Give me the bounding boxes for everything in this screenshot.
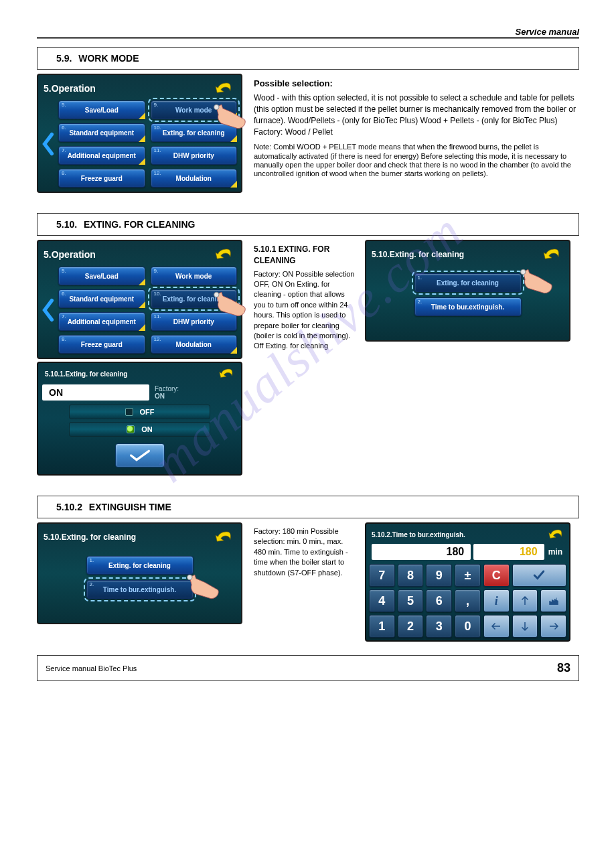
key-3[interactable]: 3	[426, 615, 452, 638]
key-clear[interactable]: C	[483, 564, 510, 587]
section-5-10-row: 5.Operation 5.Save/Load 9.Work mode 6.St…	[37, 240, 579, 476]
operation-screen-1: 5.Operation 5.Save/Load 9.Work mode 6.St…	[37, 74, 242, 193]
key-up[interactable]	[512, 589, 538, 612]
desc-5-10-2: Factory: 180 min Possible selection: min…	[251, 522, 358, 582]
key-plusminus[interactable]: ±	[455, 564, 481, 587]
key-9[interactable]: 9	[426, 564, 452, 587]
keypad-value-2: 180	[473, 544, 544, 560]
menu-freeze-guard[interactable]: 8.Freeze guard	[58, 335, 145, 354]
menu-save-load[interactable]: 5.Save/Load	[58, 267, 145, 285]
key-left[interactable]	[483, 615, 510, 638]
key-confirm[interactable]	[512, 564, 566, 587]
screen-title: 5.Operation	[44, 249, 96, 260]
footer-text: Service manual BioTec Plus	[46, 664, 137, 672]
submenu-exting[interactable]: 1.Exting. for cleaning	[86, 556, 194, 575]
desc-5-9: Possible selection: Wood - with this opt…	[251, 74, 579, 182]
exting-onoff-screen: 5.10.1.Exting. for cleaning ON Factory:O…	[37, 362, 242, 476]
back-icon[interactable]	[548, 528, 564, 541]
submenu-time-extinguish[interactable]: 2.Time to bur.extinguish.	[414, 297, 522, 316]
page-number: 83	[557, 661, 570, 675]
confirm-button[interactable]	[115, 443, 165, 467]
key-right[interactable]	[540, 615, 566, 638]
menu-work-mode[interactable]: 9.Work mode	[151, 267, 238, 285]
page: Service manual 5.9. WORK MODE 5.Operatio…	[0, 0, 616, 695]
key-7[interactable]: 7	[369, 564, 395, 587]
keypad-grid: 7 8 9 ± C 4 5 6 , i 1 2 3 0	[369, 564, 566, 638]
back-icon[interactable]	[218, 367, 234, 380]
menu-save-load[interactable]: 5.Save/Load	[58, 100, 145, 119]
key-comma[interactable]: ,	[455, 589, 481, 612]
back-icon[interactable]	[214, 529, 233, 545]
key-6[interactable]: 6	[426, 589, 452, 612]
menu-standard-equip[interactable]: 6.Standard equipment	[58, 123, 145, 142]
footer: Service manual BioTec Plus 83	[37, 655, 579, 681]
key-info[interactable]: i	[483, 589, 510, 612]
header-rule	[37, 37, 579, 39]
pointer-hand-icon	[210, 288, 248, 320]
chevron-left-icon[interactable]	[42, 298, 54, 322]
section-5-10-2-row: 5.10.Exting. for cleaning 1.Exting. for …	[37, 522, 579, 642]
key-1[interactable]: 1	[369, 615, 395, 638]
back-icon[interactable]	[214, 80, 233, 96]
option-off[interactable]: OFF	[69, 405, 210, 419]
pointer-hand-icon	[183, 571, 221, 603]
section-5-9-row: 5.Operation 5.Save/Load 9.Work mode 6.St…	[37, 74, 579, 193]
svg-point-3	[187, 575, 192, 579]
operation-screen-2: 5.Operation 5.Save/Load 9.Work mode 6.St…	[37, 240, 242, 359]
svg-point-1	[214, 292, 219, 297]
keypad-screen: 5.10.2.Time to bur.extinguish. 180 180 m…	[365, 522, 570, 642]
menu-additional-equip[interactable]: 7.Additional equipment	[58, 312, 145, 331]
menu-modulation[interactable]: 12.Modulation	[151, 169, 238, 188]
menu-freeze-guard[interactable]: 8.Freeze guard	[58, 169, 145, 188]
back-icon[interactable]	[214, 246, 233, 263]
pointer-hand-icon	[517, 265, 554, 297]
submenu-time-extinguish[interactable]: 2.Time to bur.extinguish.	[86, 580, 194, 599]
menu-modulation[interactable]: 12.Modulation	[151, 335, 238, 354]
screen-title: 5.Operation	[44, 83, 96, 94]
section-5-10-2-bar: 5.10.2 EXTINGUISH TIME	[37, 496, 579, 518]
chevron-left-icon[interactable]	[42, 132, 54, 156]
section-5-10-bar: 5.10. EXTING. FOR CLEANING	[37, 213, 579, 236]
menu-additional-equip[interactable]: 7.Additional equipment	[58, 146, 145, 165]
key-5[interactable]: 5	[398, 589, 424, 612]
key-4[interactable]: 4	[369, 589, 395, 612]
exting-submenu-screen: 5.10.Exting. for cleaning 1.Exting. for …	[365, 240, 570, 342]
key-8[interactable]: 8	[398, 564, 424, 587]
screen-title: 5.10.Exting. for cleaning	[44, 532, 136, 542]
keypad-unit: min	[547, 547, 564, 557]
menu-dhw-priority[interactable]: 11.DHW priority	[151, 146, 238, 165]
screen-title: 5.10.Exting. for cleaning	[372, 250, 464, 259]
key-factory-icon[interactable]	[540, 589, 566, 612]
svg-point-2	[521, 269, 526, 274]
key-down[interactable]	[512, 615, 538, 638]
exting-submenu-screen-2: 5.10.Exting. for cleaning 1.Exting. for …	[37, 522, 242, 624]
option-on[interactable]: ON	[69, 422, 210, 437]
key-2[interactable]: 2	[398, 615, 424, 638]
factory-label: Factory:ON	[155, 385, 179, 400]
current-value: ON	[42, 384, 149, 401]
key-0[interactable]: 0	[455, 615, 481, 638]
keypad-value: 180	[372, 544, 471, 560]
back-icon[interactable]	[542, 246, 561, 263]
submenu-exting[interactable]: 1.Exting. for cleaning	[414, 273, 522, 292]
desc-5-10: 5.10.1 EXTING. FOR CLEANING Factory: ON …	[251, 240, 358, 356]
pointer-hand-icon	[210, 100, 248, 133]
section-5-9-bar: 5.9. WORK MODE	[37, 47, 579, 70]
doc-header: Service manual	[37, 27, 579, 37]
svg-point-0	[214, 104, 219, 109]
menu-standard-equip[interactable]: 6.Standard equipment	[58, 289, 145, 308]
